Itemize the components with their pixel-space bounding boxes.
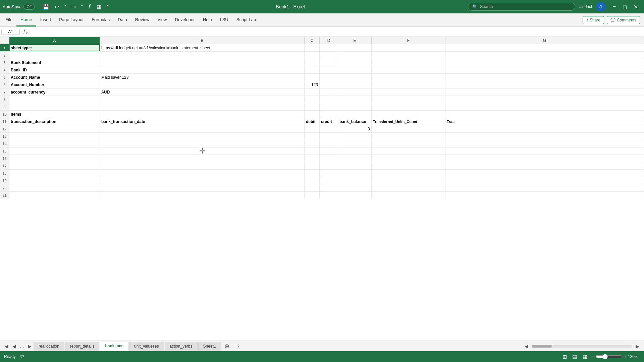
cell-c3[interactable] [305,59,320,66]
cell-f9[interactable] [372,103,445,110]
cell-f12[interactable] [372,125,445,132]
cell-a4[interactable]: Bank_ID [9,66,100,73]
cell-c6[interactable]: 123 [305,81,320,88]
col-header-f[interactable]: F [372,37,445,44]
row-num-17[interactable]: 17 [0,162,9,169]
cell-a6[interactable]: Account_Number [9,81,100,88]
cell-g1[interactable] [445,44,644,51]
save-icon[interactable]: 💾 [41,3,51,11]
cell-d10[interactable] [320,111,338,118]
table-dropdown-icon[interactable]: ▾ [106,3,110,11]
cell-d9[interactable] [320,103,338,110]
cell-f4[interactable] [372,66,445,73]
cell-a5[interactable]: Account_Name [9,74,100,81]
autosave-toggle[interactable]: Off [23,4,34,10]
row-num-9[interactable]: 9 [0,103,9,110]
cell-e7[interactable] [338,88,372,96]
cell-a10[interactable]: Items [9,111,100,118]
normal-view-button[interactable]: ⊞ [561,353,568,361]
cell-e4[interactable] [338,66,372,73]
minimize-button[interactable]: − [609,2,619,11]
tab-script-lab[interactable]: Script Lab [232,13,260,26]
cell-g3[interactable] [445,59,644,66]
cell-c8[interactable] [305,96,320,103]
tab-insert[interactable]: Insert [36,13,55,26]
macro-security-icon[interactable]: 🛡 [20,354,24,359]
sheet-nav-next-button[interactable]: ▶ [26,342,34,350]
row-num-13[interactable]: 13 [0,133,9,140]
cell-a21[interactable] [9,192,100,199]
cell-c5[interactable] [305,74,320,81]
row-num-16[interactable]: 16 [0,155,9,162]
cell-f6[interactable] [372,81,445,88]
col-header-c[interactable]: C [305,37,320,44]
search-bar[interactable]: 🔍 Search [468,3,575,11]
cell-e11[interactable]: bank_balance [338,118,372,125]
cell-a12[interactable] [9,125,100,132]
formula-function-button[interactable]: ƒx [21,28,30,36]
cell-e2[interactable] [338,52,372,59]
sheet-tab-bank-acc[interactable]: bank_acc [100,342,128,351]
sheet-nav-more-button[interactable]: ... [18,342,26,350]
cell-g5[interactable] [445,74,644,81]
cell-c7[interactable] [305,88,320,96]
cell-f8[interactable] [372,96,445,103]
cell-g2[interactable] [445,52,644,59]
cell-d2[interactable] [320,52,338,59]
cell-a17[interactable] [9,162,100,169]
cell-f1[interactable] [372,44,445,51]
redo-icon[interactable]: ↪ [70,3,77,11]
sheet-tab-unit-valueses[interactable]: unit_valueses [129,342,164,351]
cell-d8[interactable] [320,96,338,103]
cell-c1[interactable] [305,44,320,51]
cell-b7[interactable]: AUD [100,88,305,96]
row-num-10[interactable]: 10 [0,111,9,118]
tab-developer[interactable]: Developer [171,13,199,26]
cell-b5[interactable]: Maxi saver 123 [100,74,305,81]
cell-g9[interactable] [445,103,644,110]
cell-e1[interactable] [338,44,372,51]
name-box[interactable] [1,29,20,35]
row-num-7[interactable]: 7 [0,88,9,96]
row-num-2[interactable]: 2 [0,52,9,59]
row-num-5[interactable]: 5 [0,74,9,81]
cell-f11[interactable]: Transferred_Units_Count [372,118,445,125]
row-num-19[interactable]: 19 [0,177,9,184]
hscroll-left-button[interactable]: ◀ [523,342,530,350]
cell-a16[interactable] [9,155,100,162]
row-num-18[interactable]: 18 [0,170,9,177]
sheet-tab-sheet1[interactable]: Sheet1 [198,342,221,351]
cell-a11[interactable]: transaction_description [9,118,100,125]
avatar[interactable]: J [596,2,605,11]
comments-button[interactable]: 💬 Comments [607,16,640,24]
cell-a2[interactable] [9,52,100,59]
cell-c2[interactable] [305,52,320,59]
cell-b1[interactable]: https://rdf.lodgeit.net.au/v1/calcs/ic/u… [100,44,305,51]
close-button[interactable]: ✕ [630,2,641,11]
cell-d5[interactable] [320,74,338,81]
cell-e8[interactable] [338,96,372,103]
cell-c9[interactable] [305,103,320,110]
cell-a18[interactable] [9,170,100,177]
cell-b3[interactable] [100,59,305,66]
sheet-tab-action-verbs[interactable]: action_verbs [165,342,198,351]
row-num-15[interactable]: 15 [0,147,9,155]
cell-c12[interactable] [305,125,320,132]
tab-help[interactable]: Help [199,13,216,26]
undo-dropdown-icon[interactable]: ▾ [63,3,67,11]
cell-g7[interactable] [445,88,644,96]
sheet-menu-button[interactable]: ⋮ [233,343,244,350]
formula-input[interactable] [31,29,643,35]
cell-e10[interactable] [338,111,372,118]
page-break-view-button[interactable]: ▦ [581,353,589,361]
cell-g6[interactable] [445,81,644,88]
cell-e3[interactable] [338,59,372,66]
cell-f7[interactable] [372,88,445,96]
sheet-nav-prev-button[interactable]: ◀ [10,342,18,350]
cell-b11[interactable]: bank_transaction_date [100,118,305,125]
cell-a13[interactable] [9,133,100,140]
cell-b8[interactable] [100,96,305,103]
tab-page-layout[interactable]: Page Layout [55,13,88,26]
add-sheet-button[interactable]: ⊕ [222,342,232,351]
tab-formulas[interactable]: Formulas [88,13,114,26]
